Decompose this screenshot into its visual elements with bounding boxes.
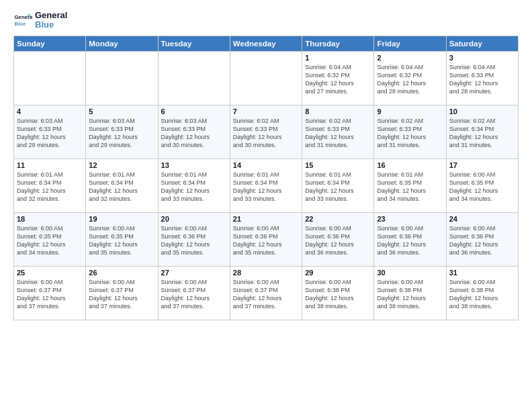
logo-blue: Blue (35, 20, 67, 30)
week-row-1: 1Sunrise: 6:04 AM Sunset: 6:32 PM Daylig… (14, 51, 519, 105)
calendar-cell: 10Sunrise: 6:02 AM Sunset: 6:34 PM Dayli… (446, 105, 518, 158)
calendar-cell: 24Sunrise: 6:00 AM Sunset: 6:36 PM Dayli… (446, 212, 518, 266)
calendar-cell (158, 51, 230, 105)
svg-text:General: General (15, 15, 32, 21)
day-info: Sunrise: 6:04 AM Sunset: 6:32 PM Dayligh… (305, 63, 371, 96)
calendar-cell (86, 51, 158, 105)
day-number: 14 (233, 161, 299, 169)
calendar-cell: 9Sunrise: 6:02 AM Sunset: 6:33 PM Daylig… (374, 105, 446, 158)
day-info: Sunrise: 6:03 AM Sunset: 6:33 PM Dayligh… (89, 117, 154, 150)
day-info: Sunrise: 6:02 AM Sunset: 6:34 PM Dayligh… (449, 117, 515, 150)
day-info: Sunrise: 6:00 AM Sunset: 6:37 PM Dayligh… (161, 278, 227, 311)
calendar-cell: 19Sunrise: 6:00 AM Sunset: 6:35 PM Dayli… (86, 212, 158, 266)
day-info: Sunrise: 6:04 AM Sunset: 6:33 PM Dayligh… (449, 63, 515, 96)
calendar-cell: 11Sunrise: 6:01 AM Sunset: 6:34 PM Dayli… (14, 158, 86, 212)
day-number: 23 (377, 215, 443, 223)
calendar-table: SundayMondayTuesdayWednesdayThursdayFrid… (13, 36, 519, 320)
day-number: 1 (305, 54, 371, 62)
logo-icon: General Blue (13, 11, 32, 30)
day-info: Sunrise: 6:00 AM Sunset: 6:35 PM Dayligh… (89, 224, 154, 257)
weekday-header-row: SundayMondayTuesdayWednesdayThursdayFrid… (14, 36, 519, 51)
day-info: Sunrise: 6:00 AM Sunset: 6:36 PM Dayligh… (449, 224, 515, 257)
day-number: 17 (449, 161, 515, 169)
calendar-cell: 25Sunrise: 6:00 AM Sunset: 6:37 PM Dayli… (14, 266, 86, 320)
weekday-header-tuesday: Tuesday (158, 36, 230, 51)
day-info: Sunrise: 6:00 AM Sunset: 6:37 PM Dayligh… (233, 278, 299, 311)
calendar-cell: 22Sunrise: 6:00 AM Sunset: 6:36 PM Dayli… (302, 212, 374, 266)
day-info: Sunrise: 6:01 AM Sunset: 6:34 PM Dayligh… (89, 171, 154, 203)
day-info: Sunrise: 6:01 AM Sunset: 6:34 PM Dayligh… (17, 171, 83, 203)
day-number: 6 (161, 107, 227, 116)
calendar-cell: 30Sunrise: 6:00 AM Sunset: 6:38 PM Dayli… (374, 266, 446, 320)
day-number: 9 (377, 107, 443, 116)
week-row-5: 25Sunrise: 6:00 AM Sunset: 6:37 PM Dayli… (14, 266, 519, 320)
weekday-header-wednesday: Wednesday (230, 36, 302, 51)
day-info: Sunrise: 6:00 AM Sunset: 6:37 PM Dayligh… (17, 278, 83, 311)
day-info: Sunrise: 6:01 AM Sunset: 6:34 PM Dayligh… (233, 171, 299, 203)
day-info: Sunrise: 6:00 AM Sunset: 6:38 PM Dayligh… (305, 278, 371, 311)
day-number: 16 (377, 161, 443, 169)
weekday-header-monday: Monday (86, 36, 158, 51)
calendar-cell: 2Sunrise: 6:04 AM Sunset: 6:32 PM Daylig… (374, 51, 446, 105)
calendar-cell: 5Sunrise: 6:03 AM Sunset: 6:33 PM Daylig… (86, 105, 158, 158)
day-number: 18 (17, 215, 83, 223)
header: General Blue General Blue (13, 11, 519, 30)
calendar-cell: 8Sunrise: 6:02 AM Sunset: 6:33 PM Daylig… (302, 105, 374, 158)
day-info: Sunrise: 6:03 AM Sunset: 6:33 PM Dayligh… (161, 117, 227, 150)
calendar-cell: 29Sunrise: 6:00 AM Sunset: 6:38 PM Dayli… (302, 266, 374, 320)
day-number: 28 (233, 269, 299, 277)
day-info: Sunrise: 6:02 AM Sunset: 6:33 PM Dayligh… (305, 117, 371, 150)
calendar-cell: 23Sunrise: 6:00 AM Sunset: 6:36 PM Dayli… (374, 212, 446, 266)
calendar-cell: 20Sunrise: 6:00 AM Sunset: 6:36 PM Dayli… (158, 212, 230, 266)
calendar-cell: 13Sunrise: 6:01 AM Sunset: 6:34 PM Dayli… (158, 158, 230, 212)
day-number: 2 (377, 54, 443, 62)
day-info: Sunrise: 6:00 AM Sunset: 6:36 PM Dayligh… (233, 224, 299, 257)
day-info: Sunrise: 6:00 AM Sunset: 6:36 PM Dayligh… (377, 224, 443, 257)
day-number: 12 (89, 161, 154, 169)
calendar-cell: 16Sunrise: 6:01 AM Sunset: 6:35 PM Dayli… (374, 158, 446, 212)
calendar-cell: 26Sunrise: 6:00 AM Sunset: 6:37 PM Dayli… (86, 266, 158, 320)
page: General Blue General Blue SundayMondayTu… (0, 0, 532, 411)
svg-text:Blue: Blue (15, 21, 27, 27)
day-number: 7 (233, 107, 299, 116)
day-number: 21 (233, 215, 299, 223)
day-number: 29 (305, 269, 371, 277)
week-row-3: 11Sunrise: 6:01 AM Sunset: 6:34 PM Dayli… (14, 158, 519, 212)
calendar-cell: 27Sunrise: 6:00 AM Sunset: 6:37 PM Dayli… (158, 266, 230, 320)
day-info: Sunrise: 6:00 AM Sunset: 6:38 PM Dayligh… (377, 278, 443, 311)
day-number: 10 (449, 107, 515, 116)
day-number: 5 (89, 107, 154, 116)
calendar-cell: 1Sunrise: 6:04 AM Sunset: 6:32 PM Daylig… (302, 51, 374, 105)
calendar-cell: 4Sunrise: 6:03 AM Sunset: 6:33 PM Daylig… (14, 105, 86, 158)
calendar-cell (14, 51, 86, 105)
week-row-2: 4Sunrise: 6:03 AM Sunset: 6:33 PM Daylig… (14, 105, 519, 158)
calendar-cell: 28Sunrise: 6:00 AM Sunset: 6:37 PM Dayli… (230, 266, 302, 320)
weekday-header-sunday: Sunday (14, 36, 86, 51)
day-number: 13 (161, 161, 227, 169)
calendar-cell: 15Sunrise: 6:01 AM Sunset: 6:34 PM Dayli… (302, 158, 374, 212)
logo: General Blue General Blue (13, 11, 67, 30)
day-number: 20 (161, 215, 227, 223)
day-info: Sunrise: 6:02 AM Sunset: 6:33 PM Dayligh… (233, 117, 299, 150)
calendar-cell: 18Sunrise: 6:00 AM Sunset: 6:35 PM Dayli… (14, 212, 86, 266)
day-info: Sunrise: 6:02 AM Sunset: 6:33 PM Dayligh… (377, 117, 443, 150)
day-info: Sunrise: 6:01 AM Sunset: 6:34 PM Dayligh… (305, 171, 371, 203)
day-number: 30 (377, 269, 443, 277)
day-info: Sunrise: 6:00 AM Sunset: 6:38 PM Dayligh… (449, 278, 515, 311)
calendar-cell: 7Sunrise: 6:02 AM Sunset: 6:33 PM Daylig… (230, 105, 302, 158)
day-info: Sunrise: 6:00 AM Sunset: 6:37 PM Dayligh… (89, 278, 154, 311)
calendar-cell: 3Sunrise: 6:04 AM Sunset: 6:33 PM Daylig… (446, 51, 518, 105)
day-info: Sunrise: 6:00 AM Sunset: 6:36 PM Dayligh… (305, 224, 371, 257)
day-number: 11 (17, 161, 83, 169)
day-info: Sunrise: 6:00 AM Sunset: 6:35 PM Dayligh… (17, 224, 83, 257)
day-info: Sunrise: 6:00 AM Sunset: 6:36 PM Dayligh… (161, 224, 227, 257)
weekday-header-thursday: Thursday (302, 36, 374, 51)
day-info: Sunrise: 6:01 AM Sunset: 6:35 PM Dayligh… (377, 171, 443, 203)
day-info: Sunrise: 6:03 AM Sunset: 6:33 PM Dayligh… (17, 117, 83, 150)
day-number: 3 (449, 54, 515, 62)
day-info: Sunrise: 6:04 AM Sunset: 6:32 PM Dayligh… (377, 63, 443, 96)
day-number: 31 (449, 269, 515, 277)
week-row-4: 18Sunrise: 6:00 AM Sunset: 6:35 PM Dayli… (14, 212, 519, 266)
day-number: 22 (305, 215, 371, 223)
day-number: 27 (161, 269, 227, 277)
